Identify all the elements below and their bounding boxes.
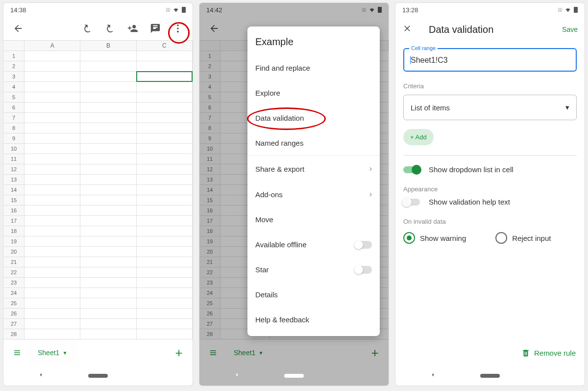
highlight-circle-more — [168, 22, 190, 44]
sheet-tabs: Sheet1▼ + — [3, 339, 193, 366]
add-person-button[interactable] — [123, 19, 143, 38]
menu-title: Example — [247, 30, 380, 55]
menu-item-label: Add-ons — [255, 190, 283, 199]
menu-item[interactable]: Explore — [247, 80, 380, 105]
add-sheet-button[interactable]: + — [365, 345, 385, 361]
page-title: Data validation — [429, 24, 493, 35]
vibrate-icon: ▢⃓ — [362, 7, 366, 13]
redo-button[interactable] — [100, 19, 120, 38]
menu-item[interactable]: Named ranges — [247, 130, 380, 156]
menu-item[interactable]: Share & export› — [247, 156, 380, 182]
sheet-tabs: Sheet1▼ + — [199, 339, 389, 366]
toggle-label: Show dropdown list in cell — [429, 165, 514, 174]
battery-icon — [182, 7, 186, 13]
menu-item[interactable]: Details — [247, 282, 380, 307]
chevron-right-icon: › — [369, 164, 372, 173]
criteria-select[interactable]: List of items ▾ — [403, 95, 577, 120]
toggle-icon — [355, 266, 372, 274]
trash-icon — [521, 348, 530, 357]
nav-bar — [199, 366, 389, 386]
chevron-down-icon: ▼ — [62, 350, 67, 356]
highlight-data-validation — [247, 107, 326, 130]
panel-spreadsheet: 14:38 ▢⃓ A B C 1234567891011121314151617… — [3, 3, 193, 386]
menu-item-label: Share & export — [255, 165, 304, 173]
all-sheets-button[interactable] — [203, 349, 223, 357]
add-item-button[interactable]: + Add — [403, 129, 434, 145]
appearance-label: Appearance — [403, 185, 577, 193]
remove-label: Remove rule — [534, 349, 576, 357]
menu-item-label: Help & feedback — [255, 315, 309, 324]
field-label: Cell range — [409, 45, 438, 51]
nav-home-pill[interactable] — [284, 374, 304, 378]
panel-menu: 14:42 ▢⃓ A 12345678910111213141516171819… — [199, 3, 389, 386]
menu-item[interactable]: Star — [247, 257, 380, 282]
menu-item-label: Star — [255, 265, 269, 274]
overflow-menu: Example Find and replaceExploreData vali… — [247, 26, 380, 336]
toolbar — [3, 17, 193, 40]
sheet-tab-label: Sheet1 — [234, 349, 255, 357]
cell-range-value: Sheet1!C3 — [410, 56, 448, 64]
radio-label: Reject input — [512, 234, 551, 242]
battery-icon — [574, 7, 578, 13]
comment-button[interactable] — [146, 19, 165, 38]
status-bar: 14:38 ▢⃓ — [3, 3, 193, 17]
nav-back[interactable] — [37, 371, 44, 380]
menu-item[interactable]: Add-ons› — [247, 182, 380, 207]
sheet-tab[interactable]: Sheet1▼ — [223, 339, 274, 366]
vibrate-icon: ▢⃓ — [558, 7, 562, 13]
status-time: 14:42 — [206, 6, 222, 14]
radio-icon — [403, 232, 415, 244]
sheet-tab-label: Sheet1 — [38, 349, 59, 357]
menu-item-label: Details — [255, 290, 278, 299]
col-header[interactable]: A — [24, 41, 80, 51]
toggle-label: Show validation help text — [429, 198, 510, 206]
show-help-toggle[interactable]: Show validation help text — [403, 198, 577, 206]
wifi-icon — [565, 7, 571, 13]
menu-item[interactable]: Available offline — [247, 232, 380, 257]
vibrate-icon: ▢⃓ — [166, 7, 170, 13]
status-time: 14:38 — [10, 6, 26, 14]
status-time: 13:28 — [402, 6, 418, 14]
sheet-tab[interactable]: Sheet1▼ — [27, 339, 78, 366]
wifi-icon — [173, 7, 179, 13]
radio-label: Show warning — [420, 234, 466, 242]
menu-item-label: Named ranges — [255, 139, 303, 147]
criteria-value: List of items — [411, 104, 450, 112]
back-button[interactable] — [204, 19, 224, 38]
toggle-icon — [403, 166, 420, 173]
radio-reject-input[interactable]: Reject input — [495, 232, 551, 244]
close-button[interactable] — [402, 24, 420, 35]
add-sheet-button[interactable]: + — [169, 345, 189, 361]
menu-item[interactable]: Help & feedback — [247, 307, 380, 332]
nav-bar — [3, 366, 193, 386]
wifi-icon — [369, 7, 375, 13]
toggle-icon — [355, 241, 372, 249]
nav-back[interactable] — [233, 371, 240, 380]
nav-home-pill[interactable] — [480, 374, 500, 378]
radio-show-warning[interactable]: Show warning — [403, 232, 466, 244]
nav-bar — [395, 366, 585, 386]
show-dropdown-toggle[interactable]: Show dropdown list in cell — [403, 165, 577, 174]
menu-item-label: Move — [255, 215, 273, 224]
status-bar: 14:42 ▢⃓ — [199, 3, 389, 17]
column-headers: A B C — [3, 41, 193, 51]
undo-button[interactable] — [78, 19, 98, 38]
toggle-icon — [403, 199, 420, 206]
menu-item[interactable]: Find and replace — [247, 55, 380, 80]
cell-range-field[interactable]: Cell range Sheet1!C3 — [403, 48, 577, 72]
col-header[interactable]: B — [80, 41, 136, 51]
back-button[interactable] — [8, 19, 28, 38]
spreadsheet-grid[interactable]: A B C 1234567891011121314151617181920212… — [3, 40, 193, 339]
all-sheets-button[interactable] — [7, 349, 27, 357]
chevron-down-icon: ▾ — [565, 103, 569, 112]
remove-rule-button[interactable]: Remove rule — [521, 348, 576, 357]
menu-item-label: Find and replace — [255, 64, 310, 72]
chevron-down-icon: ▼ — [258, 350, 263, 356]
menu-item[interactable]: Move — [247, 207, 380, 232]
nav-home-pill[interactable] — [88, 374, 108, 378]
data-validation-header: Data validation Save — [395, 17, 585, 42]
status-bar: 13:28 ▢⃓ — [395, 3, 585, 17]
radio-icon — [495, 232, 507, 244]
nav-back[interactable] — [429, 371, 436, 380]
save-button[interactable]: Save — [562, 26, 578, 33]
